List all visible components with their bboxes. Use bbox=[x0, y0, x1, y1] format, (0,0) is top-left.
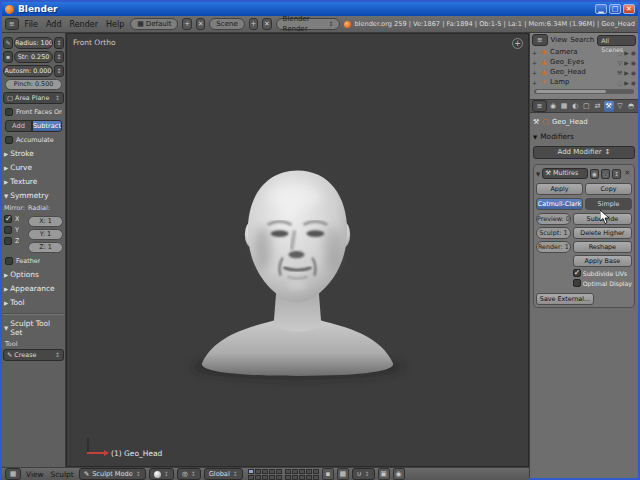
simple-button[interactable]: Simple bbox=[585, 198, 632, 210]
radius-slider[interactable]: Radius: 100 bbox=[14, 37, 53, 49]
sculpt-tool-dropdown[interactable]: Crease bbox=[3, 349, 64, 361]
expand-icon[interactable]: + bbox=[532, 59, 538, 66]
apply-button[interactable]: Apply bbox=[536, 183, 583, 195]
outliner-menu-search[interactable]: Search bbox=[570, 36, 594, 44]
row-restriction-toggles[interactable] bbox=[617, 69, 636, 76]
render-engine-selector[interactable]: Blender Render bbox=[276, 18, 341, 30]
accumulate-row[interactable]: Accumulate bbox=[5, 136, 62, 144]
screen-layout-selector[interactable]: Default bbox=[130, 18, 178, 30]
tab-material[interactable] bbox=[626, 101, 636, 112]
layer-group-1[interactable] bbox=[248, 469, 282, 480]
preview-level-field[interactable]: Preview: 0 bbox=[536, 213, 571, 225]
panel-options[interactable]: Options bbox=[4, 270, 63, 279]
add-scene-button[interactable] bbox=[249, 18, 258, 30]
n-panel-open-button[interactable]: + bbox=[512, 38, 523, 49]
radial-x-field[interactable]: X: 1 bbox=[28, 216, 63, 227]
outliner-item-lamp[interactable]: + Lamp bbox=[532, 77, 636, 87]
panel-tool[interactable]: Tool bbox=[4, 298, 63, 307]
menu-add[interactable]: Add bbox=[44, 20, 64, 29]
panel-stroke[interactable]: Stroke bbox=[4, 149, 63, 158]
brush-icon[interactable] bbox=[3, 37, 13, 49]
render-opengl-button[interactable] bbox=[378, 468, 390, 480]
feather-row[interactable]: Feather bbox=[5, 257, 62, 265]
viewport-3d[interactable]: Front Ortho + (1) Geo_Head bbox=[66, 33, 529, 467]
outliner-scope-dropdown[interactable]: All Scenes bbox=[597, 35, 636, 46]
editor-type-button-3dview[interactable] bbox=[5, 468, 21, 480]
menu-render[interactable]: Render bbox=[68, 20, 100, 29]
strength-slider[interactable]: Str: 0.250 bbox=[14, 51, 53, 63]
expand-icon[interactable]: + bbox=[532, 79, 538, 86]
editor-type-button-properties[interactable] bbox=[532, 100, 547, 112]
save-external-button[interactable]: Save External... bbox=[536, 293, 594, 305]
tab-modifiers[interactable] bbox=[604, 101, 614, 112]
autosmooth-slider[interactable]: Autosm: 0.000 bbox=[3, 65, 53, 77]
strength-pressure-toggle[interactable] bbox=[54, 51, 64, 63]
front-faces-only-row[interactable]: Front Faces Only bbox=[5, 108, 62, 116]
outliner-item-geo-eyes[interactable]: + Geo_Eyes bbox=[532, 57, 636, 67]
selectable-icon[interactable] bbox=[624, 69, 629, 76]
sculpt-level-field[interactable]: Sculpt: 1 bbox=[536, 227, 571, 239]
autosmooth-pressure-toggle[interactable] bbox=[54, 65, 64, 77]
transform-orientation-selector[interactable]: Global bbox=[204, 468, 243, 480]
outliner-item-geo-head[interactable]: + Geo_Head bbox=[532, 67, 636, 77]
apply-base-button[interactable]: Apply Base bbox=[573, 255, 632, 267]
row-restriction-toggles[interactable] bbox=[617, 49, 636, 56]
copy-button[interactable]: Copy bbox=[585, 183, 632, 195]
feather-checkbox[interactable] bbox=[5, 257, 13, 265]
renderable-icon[interactable] bbox=[631, 59, 636, 66]
optimal-display-row[interactable]: Optimal Display bbox=[573, 279, 632, 287]
add-layout-button[interactable] bbox=[182, 18, 191, 30]
tab-object-data[interactable] bbox=[615, 101, 625, 112]
modifier-name-field[interactable]: Multires bbox=[542, 168, 588, 179]
modifier-delete-button[interactable] bbox=[623, 169, 632, 179]
editor-type-button-outliner[interactable] bbox=[532, 34, 548, 46]
renderable-icon[interactable] bbox=[631, 49, 636, 56]
menu-help[interactable]: Help bbox=[104, 20, 126, 29]
modifier-visibility-toggle[interactable] bbox=[601, 169, 610, 179]
tab-render[interactable] bbox=[548, 101, 558, 112]
radial-z-field[interactable]: Z: 1 bbox=[28, 242, 63, 253]
modifiers-panel-header[interactable]: Modifiers bbox=[533, 132, 635, 141]
expand-icon[interactable]: + bbox=[532, 69, 538, 76]
layer-group-2[interactable] bbox=[285, 469, 319, 480]
strength-lock-icon[interactable] bbox=[3, 51, 13, 63]
panel-appearance[interactable]: Appearance bbox=[4, 284, 63, 293]
scene-selector[interactable]: Scene bbox=[209, 18, 244, 30]
expand-arrow-icon[interactable] bbox=[536, 170, 540, 178]
snap-selector[interactable] bbox=[352, 468, 375, 480]
modifier-move-buttons[interactable] bbox=[612, 169, 621, 179]
panel-sculpt-tool-set[interactable]: Sculpt Tool Set bbox=[4, 319, 63, 337]
modifier-render-toggle[interactable] bbox=[590, 169, 599, 179]
delete-higher-button[interactable]: Delete Higher bbox=[573, 227, 632, 239]
panel-texture[interactable]: Texture bbox=[4, 177, 63, 186]
outliner-scrollbar[interactable] bbox=[534, 89, 634, 94]
add-direction-button[interactable]: Add bbox=[5, 120, 32, 132]
panel-curve[interactable]: Curve bbox=[4, 163, 63, 172]
mode-selector[interactable]: Sculpt Mode bbox=[79, 468, 146, 480]
mirror-z-checkbox[interactable] bbox=[4, 237, 12, 245]
close-button[interactable]: ✕ bbox=[623, 4, 635, 14]
delete-scene-button[interactable] bbox=[262, 18, 271, 30]
catmull-clark-button[interactable]: Catmull-Clark bbox=[536, 198, 583, 210]
renderable-icon[interactable] bbox=[631, 69, 636, 76]
maximize-button[interactable]: □ bbox=[609, 4, 621, 14]
selectable-icon[interactable] bbox=[624, 79, 629, 86]
proportional-edit-button[interactable] bbox=[337, 468, 349, 480]
optimal-display-checkbox[interactable] bbox=[573, 279, 581, 287]
outliner-item-camera[interactable]: + Camera bbox=[532, 47, 636, 57]
menu-view-3d[interactable]: View bbox=[24, 470, 46, 479]
add-modifier-dropdown[interactable]: Add Modifier bbox=[533, 146, 635, 159]
reshape-button[interactable]: Reshape bbox=[573, 241, 632, 253]
sculpt-plane-dropdown[interactable]: Area Plane bbox=[3, 92, 64, 104]
expand-icon[interactable]: + bbox=[532, 49, 538, 56]
menu-file[interactable]: File bbox=[23, 20, 40, 29]
editor-type-button-info[interactable] bbox=[5, 18, 19, 30]
mirror-x-checkbox[interactable] bbox=[4, 215, 12, 223]
mirror-y-checkbox[interactable] bbox=[4, 226, 12, 234]
selectable-icon[interactable] bbox=[624, 59, 629, 66]
front-faces-only-checkbox[interactable] bbox=[5, 108, 13, 116]
renderable-icon[interactable] bbox=[631, 79, 636, 86]
subdivide-uvs-row[interactable]: Subdivide UVs bbox=[573, 269, 632, 277]
subdivide-uvs-checkbox[interactable] bbox=[573, 269, 581, 277]
pinch-slider[interactable]: Pinch: 0.500 bbox=[5, 79, 62, 90]
